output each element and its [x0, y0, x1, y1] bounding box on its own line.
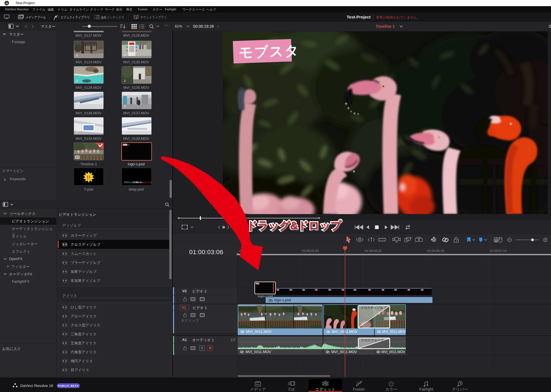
- svg-text:モブスタ: モブスタ: [123, 144, 130, 146]
- svg-text:クロスディゾルブ: クロスディゾルブ: [361, 306, 386, 309]
- svg-text:!!: !!: [87, 174, 91, 181]
- svg-text:モブスタ: モブスタ: [239, 43, 300, 61]
- svg-text:フラミンゴが何かを企んでいる様子: フラミンゴが何かを企んでいる様子: [124, 181, 151, 184]
- svg-text:クロスフェード: クロスフェード: [361, 338, 384, 342]
